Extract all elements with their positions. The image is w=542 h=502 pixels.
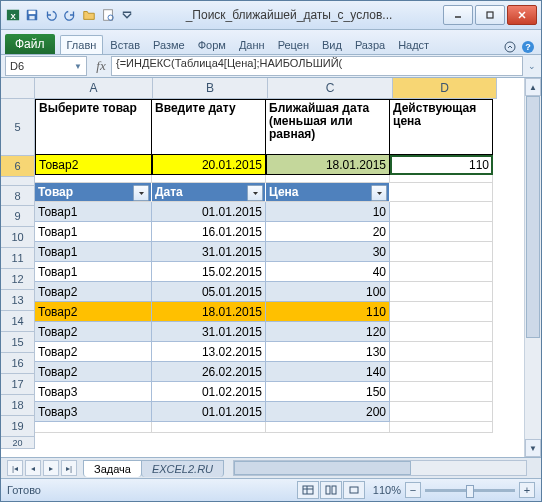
cell-price[interactable]: 120 (266, 322, 390, 342)
scroll-up-icon[interactable]: ▲ (525, 78, 541, 96)
formula-input[interactable]: {=ИНДЕКС(Таблица4[Цена];НАИБОЛЬШИЙ( (111, 56, 523, 76)
cell-product[interactable]: Товар2 (35, 302, 152, 322)
view-page-break-icon[interactable] (343, 481, 365, 499)
row-head[interactable]: 9 (1, 206, 35, 227)
close-button[interactable] (507, 5, 537, 25)
name-box-dropdown-icon[interactable]: ▼ (74, 62, 82, 71)
cell-price[interactable]: 40 (266, 262, 390, 282)
cell-product[interactable]: Товар1 (35, 202, 152, 222)
row-head[interactable]: 11 (1, 248, 35, 269)
cell-product[interactable]: Товар1 (35, 222, 152, 242)
tab-layout[interactable]: Разме (147, 36, 191, 54)
row-head[interactable]: 8 (1, 186, 35, 206)
fx-button[interactable]: fx (91, 58, 111, 74)
qat-dropdown-icon[interactable] (119, 7, 135, 23)
cell-product[interactable]: Товар3 (35, 402, 152, 422)
maximize-button[interactable] (475, 5, 505, 25)
row-head[interactable]: 5 (1, 99, 35, 156)
cell-price[interactable]: 150 (266, 382, 390, 402)
ribbon-minimize-icon[interactable] (503, 40, 517, 54)
scroll-down-icon[interactable]: ▼ (525, 439, 541, 457)
cell-empty[interactable] (390, 202, 493, 222)
row-head[interactable]: 15 (1, 332, 35, 353)
cell-date[interactable]: 13.02.2015 (152, 342, 266, 362)
row-head[interactable]: 17 (1, 374, 35, 395)
row-head[interactable]: 12 (1, 269, 35, 290)
cell-empty[interactable] (35, 422, 152, 433)
row-head[interactable]: 10 (1, 227, 35, 248)
cell-date[interactable]: 31.01.2015 (152, 322, 266, 342)
cell-product[interactable]: Товар1 (35, 242, 152, 262)
minimize-button[interactable] (443, 5, 473, 25)
cell-B6[interactable]: 20.01.2015 (152, 155, 266, 175)
cell-price[interactable]: 100 (266, 282, 390, 302)
cell-empty[interactable] (390, 242, 493, 262)
cell-C5[interactable]: Ближайшая дата (меньшая или равная) (266, 99, 390, 155)
cell-price[interactable]: 200 (266, 402, 390, 422)
cell-price[interactable]: 130 (266, 342, 390, 362)
undo-icon[interactable] (43, 7, 59, 23)
cell-price[interactable]: 10 (266, 202, 390, 222)
cell-date[interactable]: 05.01.2015 (152, 282, 266, 302)
cell-date[interactable]: 26.02.2015 (152, 362, 266, 382)
cell-blank[interactable] (390, 175, 493, 183)
tab-insert[interactable]: Встав (104, 36, 146, 54)
sheet-nav-prev-icon[interactable]: ◂ (25, 460, 41, 476)
cell-product[interactable]: Товар3 (35, 382, 152, 402)
cell-C6[interactable]: 18.01.2015 (266, 155, 390, 175)
cell-blank[interactable] (152, 175, 266, 183)
name-box[interactable]: D6 ▼ (5, 56, 87, 76)
cell-date[interactable]: 01.02.2015 (152, 382, 266, 402)
table-header-price[interactable]: Цена (266, 183, 390, 202)
cell-product[interactable]: Товар2 (35, 282, 152, 302)
col-head-B[interactable]: B (153, 78, 268, 99)
col-head-A[interactable]: A (35, 78, 153, 99)
zoom-in-button[interactable]: + (519, 482, 535, 498)
cell-A5[interactable]: Выберите товар (35, 99, 152, 155)
cell-D5[interactable]: Действующая цена (390, 99, 493, 155)
view-page-layout-icon[interactable] (320, 481, 342, 499)
cell-price[interactable]: 20 (266, 222, 390, 242)
redo-icon[interactable] (62, 7, 78, 23)
excel-app-icon[interactable]: X (5, 7, 21, 23)
cell-date[interactable]: 01.01.2015 (152, 202, 266, 222)
col-head-D[interactable]: D (393, 78, 497, 99)
cell-price[interactable]: 110 (266, 302, 390, 322)
table-header-date[interactable]: Дата (152, 183, 266, 202)
sheet-nav-next-icon[interactable]: ▸ (43, 460, 59, 476)
zoom-slider[interactable] (425, 489, 515, 492)
zoom-slider-thumb[interactable] (466, 485, 474, 498)
cell-empty[interactable] (390, 382, 493, 402)
cell-empty[interactable] (390, 422, 493, 433)
tab-formulas[interactable]: Форм (192, 36, 232, 54)
tab-home[interactable]: Главн (60, 35, 104, 54)
cell-empty[interactable] (390, 302, 493, 322)
tab-developer[interactable]: Разра (349, 36, 391, 54)
row-head[interactable]: 13 (1, 290, 35, 311)
zoom-out-button[interactable]: − (405, 482, 421, 498)
row-head[interactable]: 20 (1, 437, 35, 449)
cell-empty[interactable] (266, 422, 390, 433)
file-tab[interactable]: Файл (5, 34, 55, 54)
cell-date[interactable]: 15.02.2015 (152, 262, 266, 282)
cell-empty[interactable] (390, 183, 493, 202)
cell-empty[interactable] (390, 282, 493, 302)
scroll-track[interactable] (525, 96, 541, 439)
cell-empty[interactable] (390, 322, 493, 342)
cell-blank[interactable] (266, 175, 390, 183)
cell-empty[interactable] (390, 222, 493, 242)
cell-date[interactable]: 16.01.2015 (152, 222, 266, 242)
row-head[interactable]: 18 (1, 395, 35, 416)
cell-empty[interactable] (390, 342, 493, 362)
cell-date[interactable]: 31.01.2015 (152, 242, 266, 262)
tab-view[interactable]: Вид (316, 36, 348, 54)
sheet-tab-active[interactable]: Задача (83, 460, 142, 477)
filter-dropdown-icon[interactable] (371, 185, 387, 201)
row-head[interactable]: 14 (1, 311, 35, 332)
tab-review[interactable]: Рецен (272, 36, 315, 54)
select-all-corner[interactable] (1, 78, 35, 99)
sheet-nav-first-icon[interactable]: |◂ (7, 460, 23, 476)
sheet-nav-last-icon[interactable]: ▸| (61, 460, 77, 476)
cell-A6[interactable]: Товар2 (35, 155, 152, 175)
filter-dropdown-icon[interactable] (133, 185, 149, 201)
